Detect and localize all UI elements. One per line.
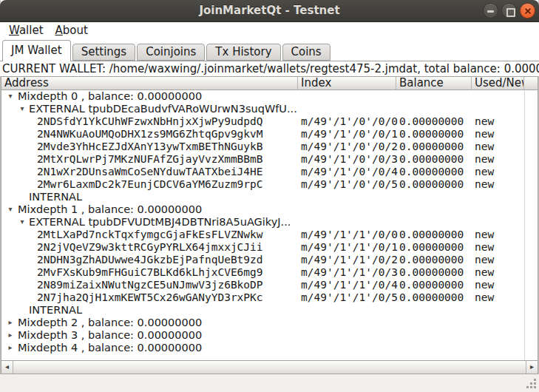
address-row[interactable]: 2MvFXsKub9mFHGuiC7BLKd6kLhjxCVE6mg9m/49'… (1, 266, 537, 279)
column-header-address[interactable]: Address (1, 77, 298, 89)
mixdepth-row[interactable]: ▸Mixdepth 4 , balance: 0.00000000 (1, 342, 537, 354)
status-cell: new (475, 229, 494, 241)
tab-tx-history[interactable]: Tx History (206, 44, 280, 61)
titlebar[interactable]: JoinMarketQt - Testnet (0, 0, 539, 22)
index-cell: m/49'/1'/0'/0/4 (301, 166, 398, 178)
address-cell: 2N89miZaixNWutNgzCE5uNJmwV3jz6BkoDP (37, 279, 263, 291)
address-cell: 2Mvde3YhHcEZJdXAnY13ywTxmBEThNGuykB (37, 141, 263, 153)
scroll-left-icon[interactable]: ◂ (1, 361, 13, 374)
index-cell: m/49'/1'/1'/0/4 (301, 279, 398, 291)
expander-expanded-icon[interactable]: ▾ (6, 203, 15, 216)
address-row[interactable]: 2Mwr6LaxmDc2k7EunjCDCV6aYM6Zuzm9rpCm/49'… (1, 178, 537, 191)
balance-cell: 0.00000000 (399, 291, 464, 304)
status-cell: new (475, 178, 494, 191)
balance-cell: 0.00000000 (399, 229, 464, 241)
column-header-used-new[interactable]: Used/New (472, 77, 524, 89)
tab-jm-wallet[interactable]: JM Wallet (2, 40, 71, 61)
tab-settings[interactable]: Settings (72, 44, 136, 61)
expander-expanded-icon[interactable]: ▾ (6, 90, 15, 103)
status-cell: new (475, 266, 494, 279)
tree-label: EXTERNAL tpubDEcaBudvfVARoWUrwN3suqWfU..… (29, 103, 297, 115)
balance-cell: 0.00000000 (399, 266, 464, 279)
menubar: WalletAbout (0, 22, 539, 40)
menu-wallet[interactable]: Wallet (3, 23, 50, 38)
index-cell: m/49'/1'/0'/0/2 (301, 141, 398, 153)
address-row[interactable]: 2NDSfdY1YkCUhWFzwxNbHnjxXjwPy9udpdQm/49'… (1, 115, 537, 128)
mixdepth-row[interactable]: ▾Mixdepth 1 , balance: 0.00000000 (1, 203, 537, 216)
tree-label: Mixdepth 2 , balance: 0.00000000 (18, 317, 202, 329)
address-cell: 2N1wXr2DUnsaWmCoSeNYduwTAATXbeiJ4HE (37, 166, 263, 178)
address-cell: 2NDHN3gZhADUwwe4JGkzbEjPafnqUeBt9zd (37, 254, 263, 266)
address-cell: 2N7jha2QjH1xmKEWT5Cx26wGANyYD3rxPKc (37, 291, 263, 304)
status-cell: new (475, 241, 494, 254)
address-row[interactable]: 2N1wXr2DUnsaWmCoSeNYduwTAATXbeiJ4HEm/49'… (1, 166, 537, 178)
index-cell: m/49'/1'/1'/0/1 (301, 241, 398, 254)
minimize-icon[interactable] (483, 3, 498, 18)
current-wallet-banner: CURRENT WALLET: /home/waxwing/.joinmarke… (0, 61, 539, 76)
mixdepth-row[interactable]: ▸Mixdepth 3 , balance: 0.00000000 (1, 329, 537, 342)
index-cell: m/49'/1'/0'/0/5 (301, 178, 398, 191)
address-cell: 2Mwr6LaxmDc2k7EunjCDCV6aYM6Zuzm9rpC (37, 178, 263, 191)
scrollbar-thumb[interactable] (14, 361, 525, 374)
branch-row[interactable]: ▾EXTERNAL tpubDEcaBudvfVARoWUrwN3suqWfU.… (1, 103, 537, 115)
address-row[interactable]: 2N89miZaixNWutNgzCE5uNJmwV3jz6BkoDPm/49'… (1, 279, 537, 291)
expander-expanded-icon[interactable]: ▾ (18, 103, 27, 115)
column-header-index[interactable]: Index (298, 77, 396, 89)
table-header: AddressIndexBalanceUsed/New (1, 77, 538, 90)
address-cell: 2N2jVQeVZ9w3kttRCGyPYRLX64jmxxjCJii (37, 241, 263, 254)
address-row[interactable]: 2N2jVQeVZ9w3kttRCGyPYRLX64jmxxjCJiim/49'… (1, 241, 537, 254)
expander-collapsed-icon[interactable]: ▸ (6, 317, 15, 329)
app-window: JoinMarketQt - Testnet WalletAbout JM Wa… (0, 0, 539, 392)
index-cell: m/49'/1'/0'/0/3 (301, 153, 398, 166)
address-cell: 2NDSfdY1YkCUhWFzwxNbHnjxXjwPy9udpdQ (37, 115, 263, 128)
status-cell: new (475, 166, 494, 178)
window-controls (483, 3, 535, 18)
address-row[interactable]: 2MtXrQLwrPj7MKzNUFAfZGjayVvzXmmBBmBm/49'… (1, 153, 537, 166)
branch-row[interactable]: INTERNAL (1, 191, 537, 203)
column-header-stub (524, 77, 538, 89)
address-row[interactable]: 2MtLXaPd7nckTqxfymgcGjaFkEsFLVZNwkwm/49'… (1, 229, 537, 241)
address-row[interactable]: 2Mvde3YhHcEZJdXAnY13ywTxmBEThNGuykBm/49'… (1, 141, 537, 153)
tree-label: Mixdepth 3 , balance: 0.00000000 (18, 329, 202, 342)
menu-about[interactable]: About (50, 23, 94, 38)
tree-label: Mixdepth 4 , balance: 0.00000000 (18, 342, 202, 354)
scroll-right-icon[interactable]: ▸ (526, 361, 538, 374)
address-cell: 2N4NWKuAoUMQoDHX1zs9MG6ZhtqGpv9gkvM (37, 128, 263, 141)
address-row[interactable]: 2NDHN3gZhADUwwe4JGkzbEjPafnqUeBt9zdm/49'… (1, 254, 537, 266)
index-cell: m/49'/1'/0'/0/1 (301, 128, 398, 141)
column-divider (524, 90, 525, 360)
horizontal-scrollbar[interactable]: ◂ ▸ (1, 360, 538, 374)
balance-cell: 0.00000000 (399, 115, 464, 128)
mixdepth-row[interactable]: ▾Mixdepth 0 , balance: 0.00000000 (1, 90, 537, 103)
maximize-icon[interactable] (501, 3, 517, 18)
expander-expanded-icon[interactable]: ▾ (18, 216, 27, 229)
close-icon[interactable] (520, 3, 535, 18)
resize-grip-icon[interactable] (526, 378, 537, 389)
status-cell: new (475, 128, 494, 141)
column-header-balance[interactable]: Balance (396, 77, 472, 89)
balance-cell: 0.00000000 (399, 153, 464, 166)
expander-collapsed-icon[interactable]: ▸ (6, 342, 15, 354)
status-cell: new (475, 279, 494, 291)
address-row[interactable]: 2N4NWKuAoUMQoDHX1zs9MG6ZhtqGpv9gkvMm/49'… (1, 128, 537, 141)
expander-collapsed-icon[interactable]: ▸ (6, 329, 15, 342)
address-row[interactable]: 2N7jha2QjH1xmKEWT5Cx26wGANyYD3rxPKcm/49'… (1, 291, 537, 304)
branch-row[interactable]: INTERNAL (1, 304, 537, 317)
index-cell: m/49'/1'/1'/0/2 (301, 254, 398, 266)
index-cell: m/49'/1'/1'/0/3 (301, 266, 398, 279)
index-cell: m/49'/1'/1'/0/5 (301, 291, 398, 304)
balance-cell: 0.00000000 (399, 166, 464, 178)
tree-label: INTERNAL (29, 191, 82, 203)
tab-coins[interactable]: Coins (282, 44, 330, 61)
tab-coinjoins[interactable]: Coinjoins (137, 44, 205, 61)
window-title: JoinMarketQt - Testnet (0, 0, 539, 22)
branch-row[interactable]: ▾EXTERNAL tpubDFVUDtMBJ4DBTNri8A5uAGikyJ… (1, 216, 537, 229)
balance-cell: 0.00000000 (399, 178, 464, 191)
balance-cell: 0.00000000 (399, 128, 464, 141)
balance-cell: 0.00000000 (399, 279, 464, 291)
status-cell: new (475, 141, 494, 153)
mixdepth-row[interactable]: ▸Mixdepth 2 , balance: 0.00000000 (1, 317, 537, 329)
balance-cell: 0.00000000 (399, 254, 464, 266)
tab-bar: JM WalletSettingsCoinjoinsTx HistoryCoin… (0, 40, 539, 61)
balance-cell: 0.00000000 (399, 141, 464, 153)
